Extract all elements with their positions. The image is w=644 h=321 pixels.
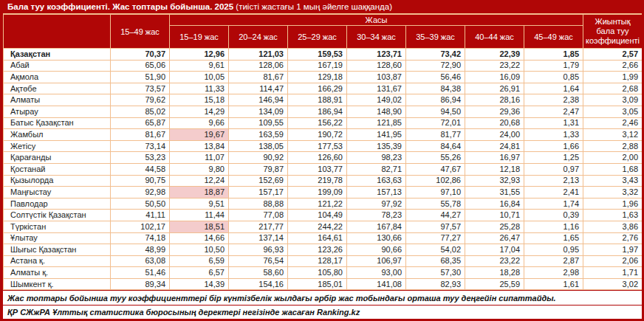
value-cell: 81,67 xyxy=(229,72,288,83)
table-row: Қостанай44,589,8079,87103,7782,7147,6712… xyxy=(4,163,643,175)
value-cell: 167,84 xyxy=(347,221,406,232)
table-row: Астана қ.63,086,5976,54128,17106,9768,35… xyxy=(4,255,643,267)
value-cell: 1,16 xyxy=(524,221,583,232)
value-cell: 163,63 xyxy=(347,175,406,187)
value-cell: 0,97 xyxy=(524,163,583,175)
value-cell: 9,51 xyxy=(170,198,229,210)
value-cell: 2,57 xyxy=(583,49,643,61)
region-name: Қостанай xyxy=(4,163,111,175)
value-cell: 11,07 xyxy=(170,152,229,164)
value-cell: 3,12 xyxy=(583,129,643,141)
value-cell: 2,68 xyxy=(583,83,643,94)
value-cell: 1,63 xyxy=(583,210,643,221)
region-name: Атырау xyxy=(4,106,111,117)
value-cell: 94,50 xyxy=(406,106,465,117)
value-cell: 81,77 xyxy=(406,129,465,141)
value-cell: 185,01 xyxy=(288,278,347,290)
value-cell: 109,55 xyxy=(229,117,288,129)
value-cell: 17,04 xyxy=(465,244,524,256)
col-header-20-24: 20–24 жас xyxy=(229,26,288,49)
value-cell: 86,94 xyxy=(406,94,465,106)
value-cell: 10,71 xyxy=(465,210,524,221)
value-cell: 63,08 xyxy=(111,255,170,267)
value-cell: 55,26 xyxy=(406,152,465,164)
fertility-table: 15–49 жас Жасы Жиынтық бала туу коэффици… xyxy=(3,14,643,290)
table-row: Шығыс Қазақстан48,9910,5096,93123,2690,6… xyxy=(4,244,643,256)
value-cell: 76,54 xyxy=(229,255,288,267)
value-cell: 1,96 xyxy=(583,198,643,210)
value-cell: 57,30 xyxy=(406,267,465,279)
value-cell: 19,67 xyxy=(170,129,229,141)
value-cell: 77,08 xyxy=(229,210,288,221)
value-cell: 20,68 xyxy=(465,117,524,129)
value-cell: 2,66 xyxy=(583,60,643,72)
col-header-25-29: 25–29 жас xyxy=(288,26,347,49)
value-cell: 50,50 xyxy=(111,198,170,210)
value-cell: 77,27 xyxy=(406,232,465,244)
value-cell: 88,88 xyxy=(229,198,288,210)
value-cell: 72,01 xyxy=(406,117,465,129)
value-cell: 128,17 xyxy=(288,255,347,267)
region-name: Қазақстан xyxy=(4,49,111,61)
table-row: Ақмола51,9010,0581,67129,18103,8756,4616… xyxy=(4,72,643,83)
region-name: Жетісу xyxy=(4,140,111,152)
value-cell: 103,87 xyxy=(347,72,406,83)
value-cell: 47,67 xyxy=(406,163,465,175)
region-column-header xyxy=(4,15,111,49)
value-cell: 12,96 xyxy=(170,49,229,61)
value-cell: 128,06 xyxy=(229,60,288,72)
table-row: Атырау85,0214,29134,09186,94148,9094,502… xyxy=(4,106,643,117)
col-header-15-49: 15–49 жас xyxy=(111,15,170,49)
value-cell: 134,09 xyxy=(229,106,288,117)
region-name: Ақтөбе xyxy=(4,83,111,94)
value-cell: 1,99 xyxy=(583,72,643,83)
value-cell: 1,33 xyxy=(524,129,583,141)
value-cell: 166,29 xyxy=(288,83,347,94)
col-header-40-44: 40–44 жас xyxy=(465,26,524,49)
value-cell: 68,35 xyxy=(406,255,465,267)
value-cell: 31,55 xyxy=(465,187,524,199)
value-cell: 154,16 xyxy=(229,278,288,290)
title-main: Бала туу коэффициенті. Жас топтары бойын… xyxy=(7,2,233,11)
value-cell: 44,58 xyxy=(111,163,170,175)
value-cell: 2,38 xyxy=(524,94,583,106)
value-cell: 84,38 xyxy=(406,83,465,94)
value-cell: 167,19 xyxy=(288,60,347,72)
value-cell: 244,22 xyxy=(288,221,347,232)
table-row: Қызылорда90,7512,24152,69219,78163,63102… xyxy=(4,175,643,187)
region-name: Астана қ. xyxy=(4,255,111,267)
value-cell: 217,77 xyxy=(229,221,288,232)
value-cell: 92,98 xyxy=(111,187,170,199)
value-cell: 16,84 xyxy=(465,198,524,210)
value-cell: 1,97 xyxy=(583,244,643,256)
value-cell: 13,84 xyxy=(170,140,229,152)
value-cell: 1,85 xyxy=(524,49,583,61)
fertility-table-frame: Бала туу коэффициенті. Жас топтары бойын… xyxy=(0,0,644,321)
value-cell: 1,79 xyxy=(524,60,583,72)
value-cell: 164,61 xyxy=(288,232,347,244)
value-cell: 3,86 xyxy=(583,221,643,232)
value-cell: 1,74 xyxy=(524,198,583,210)
age-group-header: Жасы xyxy=(170,15,583,26)
table-row: Ақтөбе73,5711,33114,47166,29131,6784,382… xyxy=(4,83,643,94)
value-cell: 79,87 xyxy=(229,163,288,175)
value-cell: 65,06 xyxy=(111,60,170,72)
value-cell: 2,41 xyxy=(524,187,583,199)
value-cell: 82,71 xyxy=(347,163,406,175)
value-cell: 2,47 xyxy=(524,106,583,117)
value-cell: 146,94 xyxy=(229,94,288,106)
value-cell: 2,46 xyxy=(583,117,643,129)
value-cell: 89,34 xyxy=(111,278,170,290)
value-cell: 18,51 xyxy=(170,221,229,232)
table-row: Маңғыстау92,9818,87157,17199,09157,1397,… xyxy=(4,187,643,199)
value-cell: 98,23 xyxy=(347,152,406,164)
col-header-15-19: 15–19 жас xyxy=(170,26,229,49)
footnote: Жас топтары бойынша туу коэффициенттері … xyxy=(3,290,642,305)
value-cell: 14,66 xyxy=(170,232,229,244)
value-cell: 149,02 xyxy=(347,94,406,106)
value-cell: 26,91 xyxy=(465,83,524,94)
table-row: Павлодар50,509,5188,88121,2297,9255,7816… xyxy=(4,198,643,210)
value-cell: 2,87 xyxy=(524,255,583,267)
table-row: Қарағанды53,2311,0790,92126,6098,2355,26… xyxy=(4,152,643,164)
page-title: Бала туу коэффициенті. Жас топтары бойын… xyxy=(3,0,642,14)
